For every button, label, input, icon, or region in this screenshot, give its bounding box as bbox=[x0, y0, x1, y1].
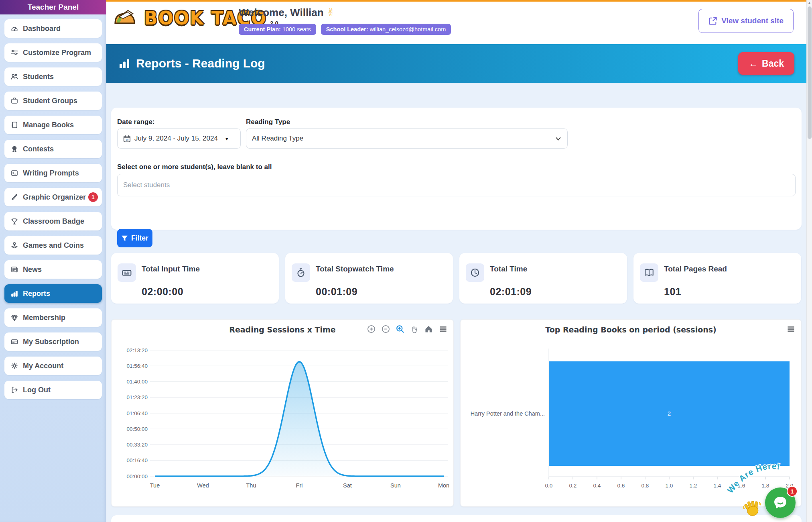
sidebar-item-contests[interactable]: Contests bbox=[4, 140, 102, 158]
openbook-icon bbox=[640, 263, 658, 282]
sidebar-item-customize-program[interactable]: Customize Program bbox=[4, 43, 102, 62]
y-axis-tick: 00:50:00 bbox=[126, 426, 148, 432]
zoom-out-icon[interactable] bbox=[381, 324, 390, 334]
right-chart-title: Top Reading Books on period (sessions) bbox=[461, 325, 801, 334]
school-leader-badge: School Leader: willian_celsozd@hotmail.c… bbox=[321, 24, 451, 35]
card-icon bbox=[10, 338, 18, 346]
students-placeholder: Select students bbox=[123, 181, 170, 189]
stat-label: Total Time bbox=[490, 263, 527, 273]
taco-icon bbox=[112, 7, 141, 28]
back-button[interactable]: ← Back bbox=[738, 52, 794, 75]
sidebar-item-label: Student Groups bbox=[23, 97, 77, 105]
date-range-input[interactable]: 19 July 9, 2024 - July 15, 2024 ▾ bbox=[117, 128, 241, 149]
scrollbar-thumb[interactable] bbox=[808, 6, 812, 139]
x-axis-tick: Mon bbox=[438, 482, 449, 489]
joystick-icon bbox=[10, 241, 18, 249]
sidebar-item-reports[interactable]: Reports bbox=[4, 284, 102, 303]
stopwatch-icon bbox=[292, 263, 310, 282]
sidebar-item-classroom-badge[interactable]: Classroom Badge bbox=[4, 212, 102, 230]
chat-notification-badge: 1 bbox=[787, 486, 798, 497]
sidebar-item-manage-books[interactable]: Manage Books bbox=[4, 116, 102, 134]
x-axis-tick: Sat bbox=[343, 482, 352, 489]
menu-icon[interactable] bbox=[438, 324, 448, 334]
notification-badge: 1 bbox=[88, 192, 98, 202]
x-axis-tick: 0.2 bbox=[569, 483, 577, 489]
y-axis-tick: 01:23:20 bbox=[126, 394, 148, 400]
students-select-input[interactable]: Select students bbox=[117, 174, 796, 196]
sidebar-item-label: Log Out bbox=[23, 386, 51, 394]
keyboard-icon bbox=[118, 263, 136, 282]
plan-badges: Current Plan: 1000 seats School Leader: … bbox=[239, 24, 451, 35]
students-icon bbox=[10, 73, 18, 81]
stat-card-total-time: Total Time 02:01:09 bbox=[459, 253, 627, 304]
logout-icon bbox=[10, 386, 18, 394]
filter-button[interactable]: Filter bbox=[117, 229, 152, 247]
gem-icon bbox=[10, 314, 18, 322]
reading-type-select[interactable]: All Reading Type bbox=[246, 128, 568, 149]
y-axis-tick: 01:06:40 bbox=[126, 410, 148, 416]
sidebar-item-dashboard[interactable]: Dashboard bbox=[4, 19, 102, 38]
sidebar-item-games-and-coins[interactable]: Games and Coins bbox=[4, 236, 102, 255]
gear-icon bbox=[10, 362, 18, 370]
sidebar-item-my-account[interactable]: My Account bbox=[4, 357, 102, 375]
sidebar-item-label: Membership bbox=[23, 314, 65, 322]
y-axis-tick: 00:33:20 bbox=[126, 442, 148, 448]
calendar-icon: 19 bbox=[123, 135, 131, 143]
y-category-label: Harry Potter and the Cham... bbox=[471, 410, 545, 417]
zoom-in-icon[interactable] bbox=[367, 324, 376, 334]
main-area: BOOK TACO 2.0 Welcome, Willian ✌ Current… bbox=[106, 0, 806, 522]
report-banner: Reports - Reading Log ← Back bbox=[106, 44, 806, 83]
page-scrollbar[interactable]: ▲ bbox=[806, 0, 812, 522]
top-header-bar: BOOK TACO 2.0 Welcome, Willian ✌ Current… bbox=[106, 2, 806, 44]
next-section-card bbox=[111, 515, 802, 522]
pan-hand-icon[interactable] bbox=[410, 325, 419, 334]
svg-text:19: 19 bbox=[126, 138, 129, 141]
right-chart-toolbar bbox=[786, 324, 796, 334]
home-icon[interactable] bbox=[424, 324, 433, 334]
left-chart-toolbar bbox=[367, 324, 448, 334]
x-axis-tick: 0.8 bbox=[641, 483, 649, 489]
stat-label: Total Stopwatch Time bbox=[316, 263, 394, 273]
x-axis-tick: Wed bbox=[197, 482, 209, 489]
menu-icon[interactable] bbox=[786, 324, 796, 334]
sidebar-item-membership[interactable]: Membership bbox=[4, 308, 102, 327]
sidebar-item-news[interactable]: News bbox=[4, 260, 102, 279]
medal-icon bbox=[10, 145, 18, 153]
selection-zoom-icon[interactable] bbox=[396, 324, 405, 334]
sidebar-item-writing-prompts[interactable]: Writing Prompts bbox=[4, 164, 102, 182]
chart-icon bbox=[10, 290, 18, 298]
top-books-bar-chart[interactable]: 0.00.20.40.60.81.01.21.41.61.82.02Harry … bbox=[461, 338, 801, 507]
content-area: Date range: 19 July 9, 2024 - July 15, 2… bbox=[106, 83, 806, 522]
sidebar-item-label: News bbox=[23, 265, 42, 274]
stat-card-total-input-time: Total Input Time 02:00:00 bbox=[111, 253, 279, 304]
reading-sessions-chart-card: Reading Sessions x Time 02:13:2001:56:40… bbox=[111, 319, 454, 507]
sliders-icon bbox=[10, 49, 18, 57]
trophy-icon bbox=[10, 217, 18, 225]
sidebar-item-my-subscription[interactable]: My Subscription bbox=[4, 332, 102, 351]
teacher-panel-page: Teacher Panel Dashboard Customize Progra… bbox=[0, 0, 812, 522]
sidebar-item-graphic-organizer[interactable]: Graphic Organizer1 bbox=[4, 188, 102, 206]
x-axis-tick: 1.8 bbox=[762, 483, 769, 489]
x-axis-tick: 1.0 bbox=[666, 483, 673, 489]
reading-sessions-area-chart[interactable]: 02:13:2001:56:4001:40:0001:23:2001:06:40… bbox=[112, 338, 453, 507]
y-axis-tick: 02:13:20 bbox=[126, 347, 148, 353]
sidebar-item-label: Contests bbox=[23, 145, 54, 153]
stat-label: Total Input Time bbox=[142, 263, 200, 273]
sidebar-item-student-groups[interactable]: Student Groups bbox=[4, 92, 102, 110]
students-label: Select one or more student(s), leave bla… bbox=[117, 163, 272, 171]
sidebar-item-students[interactable]: Students bbox=[4, 67, 102, 86]
scrollbar-up-arrow[interactable]: ▲ bbox=[807, 0, 812, 6]
pen-icon bbox=[10, 193, 18, 201]
view-student-site-button[interactable]: View student site bbox=[698, 9, 794, 33]
stat-card-total-pages-read: Total Pages Read 101 bbox=[633, 253, 801, 304]
stat-label: Total Pages Read bbox=[664, 263, 727, 273]
sidebar-item-log-out[interactable]: Log Out bbox=[4, 381, 102, 399]
x-axis-tick: 0.6 bbox=[617, 483, 625, 489]
sidebar-item-label: Manage Books bbox=[23, 121, 74, 129]
clock-icon bbox=[466, 263, 484, 282]
chat-bubble-icon bbox=[772, 495, 788, 511]
prompt-icon bbox=[10, 169, 18, 177]
current-plan-badge: Current Plan: 1000 seats bbox=[239, 24, 316, 35]
x-axis-tick: Tue bbox=[150, 482, 160, 489]
y-axis-tick: 01:56:40 bbox=[126, 363, 148, 369]
